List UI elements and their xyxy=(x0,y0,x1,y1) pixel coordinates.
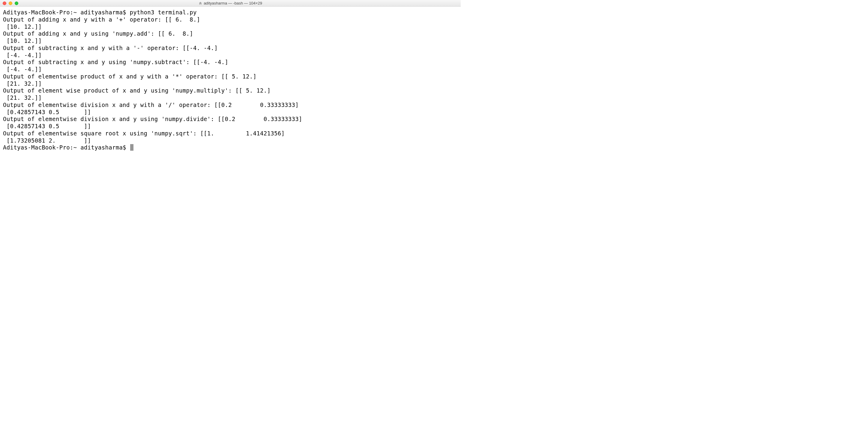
window-title-container: adityasharma — -bash — 104×29 xyxy=(198,1,262,5)
output-line: [10. 12.]] xyxy=(3,37,42,44)
output-line: Output of subtracting x and y using 'num… xyxy=(3,59,228,65)
home-icon xyxy=(198,1,202,5)
cursor-icon xyxy=(130,144,133,151)
output-line: [10. 12.]] xyxy=(3,23,42,30)
output-line: Output of elementwise division x and y u… xyxy=(3,115,302,122)
prompt-text: Adityas-MacBook-Pro:~ adityasharma$ xyxy=(3,144,130,151)
output-line: Output of elementwise product of x and y… xyxy=(3,73,256,80)
terminal-output[interactable]: Adityas-MacBook-Pro:~ adityasharma$ pyth… xyxy=(0,7,461,154)
output-line: [-4. -4.]] xyxy=(3,66,42,72)
maximize-button[interactable] xyxy=(15,1,18,5)
output-line: Adityas-MacBook-Pro:~ adityasharma$ pyth… xyxy=(3,9,197,15)
output-line: Output of adding x and y with a '+' oper… xyxy=(3,16,200,23)
window-title-bar: adityasharma — -bash — 104×29 xyxy=(0,0,461,7)
output-line: [-4. -4.]] xyxy=(3,52,42,59)
output-line: Output of elementwise square root x usin… xyxy=(3,130,285,137)
output-line: [21. 32.]] xyxy=(3,80,42,87)
minimize-button[interactable] xyxy=(9,1,12,5)
output-line: [21. 32.]] xyxy=(3,94,42,101)
close-button[interactable] xyxy=(3,1,6,5)
output-line: Output of subtracting x and y with a '-'… xyxy=(3,45,218,51)
output-line: [1.73205081 2. ]] xyxy=(3,137,91,144)
output-line: [0.42857143 0.5 ]] xyxy=(3,109,91,115)
output-line: Output of elementwise division x and y w… xyxy=(3,102,299,108)
prompt-line: Adityas-MacBook-Pro:~ adityasharma$ xyxy=(3,144,133,151)
window-title: adityasharma — -bash — 104×29 xyxy=(204,1,262,5)
output-line: [0.42857143 0.5 ]] xyxy=(3,123,91,129)
output-line: Output of element wise product of x and … xyxy=(3,87,271,94)
traffic-lights xyxy=(0,1,18,5)
output-line: Output of adding x and y using 'numpy.ad… xyxy=(3,30,193,37)
